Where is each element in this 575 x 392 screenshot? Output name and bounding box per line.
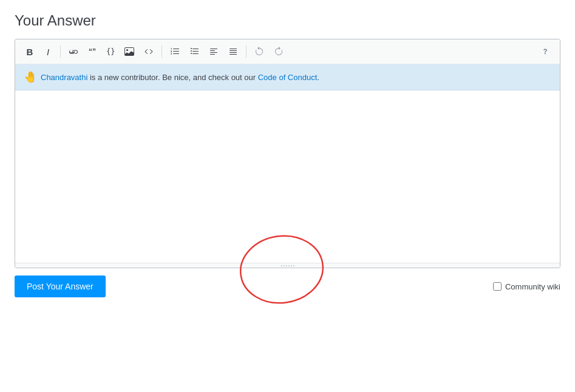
ordered-list-button[interactable]: [166, 43, 184, 60]
toolbar-divider-2: [162, 46, 162, 58]
contributor-notice: 🤚 Chandravathi is a new contributor. Be …: [15, 64, 560, 90]
page-title: Your Answer: [15, 12, 560, 29]
code-of-conduct-link[interactable]: Code of Conduct: [258, 73, 318, 82]
contributor-text: Chandravathi is a new contributor. Be ni…: [41, 73, 319, 82]
answer-form: Your Answer B I “” {}: [15, 12, 560, 297]
community-wiki-checkbox[interactable]: [493, 282, 502, 291]
toolbar-divider-3: [246, 46, 247, 58]
blockquote-button[interactable]: “”: [84, 43, 101, 60]
resize-dots: [281, 265, 294, 266]
align-left-button[interactable]: [205, 43, 223, 60]
unordered-list-button[interactable]: [185, 43, 203, 60]
italic-button[interactable]: I: [39, 43, 56, 60]
help-button[interactable]: [537, 43, 554, 60]
community-wiki-section: Community wiki: [493, 282, 560, 291]
editor-container: B I “” {}: [15, 39, 560, 268]
resize-dot: [291, 265, 292, 266]
resize-dot: [288, 265, 290, 266]
community-wiki-label[interactable]: Community wiki: [505, 282, 560, 291]
answer-editor[interactable]: [15, 90, 560, 260]
contributor-link[interactable]: Chandravathi: [41, 73, 87, 82]
toolbar-divider-1: [60, 46, 61, 58]
justify-button[interactable]: [224, 43, 242, 60]
image-button[interactable]: [120, 43, 138, 60]
resize-handle[interactable]: [15, 263, 560, 268]
resize-dot: [281, 265, 282, 266]
code-button[interactable]: {}: [102, 43, 119, 60]
bold-button[interactable]: B: [21, 43, 38, 60]
link-button[interactable]: [64, 43, 83, 60]
code-block-button[interactable]: [140, 43, 158, 60]
post-answer-button[interactable]: Post Your Answer: [15, 275, 106, 297]
redo-button[interactable]: [270, 43, 288, 60]
toolbar: B I “” {}: [15, 39, 560, 64]
bottom-row: Post Your Answer Community wiki: [15, 275, 560, 297]
resize-dot: [286, 265, 287, 266]
undo-button[interactable]: [250, 43, 268, 60]
contributor-icon: 🤚: [24, 70, 37, 84]
resize-dot: [284, 265, 285, 266]
resize-dot: [293, 265, 294, 266]
